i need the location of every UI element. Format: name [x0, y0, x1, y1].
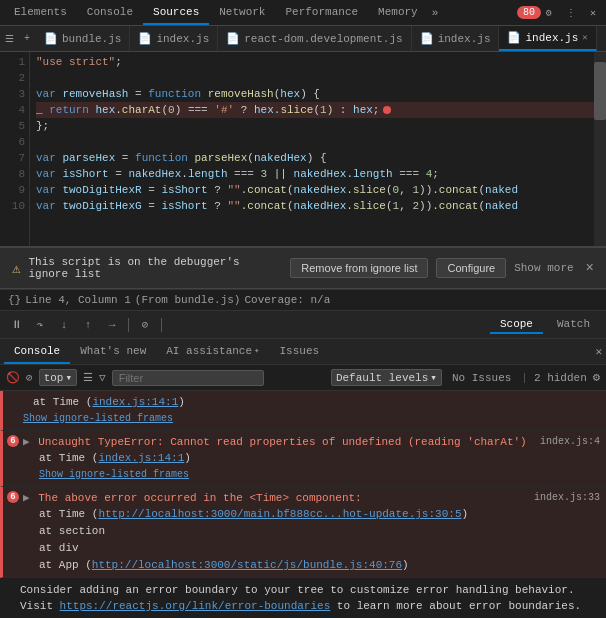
- sidebar-toggle[interactable]: ☰: [0, 30, 18, 48]
- console-tab-issues[interactable]: Issues: [269, 339, 329, 364]
- toolbar-settings: 80 ⚙ ⋮ ✕: [518, 4, 602, 22]
- customize-icon[interactable]: ⋮: [562, 4, 580, 22]
- braces-icon[interactable]: {}: [8, 294, 21, 306]
- error-badge: 80: [518, 4, 536, 22]
- new-tab-icon[interactable]: +: [18, 30, 36, 48]
- error-icon-1: 6: [7, 435, 19, 447]
- console-tab-whatsnew[interactable]: What's new: [70, 339, 156, 364]
- show-more-link[interactable]: Show more: [514, 262, 573, 274]
- ai-sparkle-icon: ✦: [254, 345, 259, 356]
- pause-icon[interactable]: ⏸: [6, 315, 26, 335]
- deactivate-breakpoints-icon[interactable]: ⊘: [135, 315, 155, 335]
- scope-tab[interactable]: Scope: [490, 316, 543, 334]
- tab-sources[interactable]: Sources: [143, 0, 209, 25]
- step-into-icon[interactable]: ↓: [54, 315, 74, 335]
- tab-performance[interactable]: Performance: [275, 0, 368, 25]
- code-line-9: var twoDigitHexR = isShort ? "".concat(n…: [36, 182, 600, 198]
- index-link-1[interactable]: index.js:14:1: [92, 396, 178, 408]
- file-tab-react-dom[interactable]: 📄 react-dom.development.js: [218, 26, 411, 51]
- step-over-icon[interactable]: ↷: [30, 315, 50, 335]
- tab-network[interactable]: Network: [209, 0, 275, 25]
- console-entry-info: Consider adding an error boundary to you…: [0, 578, 606, 618]
- default-levels-select[interactable]: Default levels ▾: [331, 369, 442, 386]
- no-issues-label: No Issues: [448, 372, 515, 384]
- error-location-2[interactable]: index.js:33: [534, 490, 600, 506]
- toolbar-separator: [128, 318, 129, 332]
- close-banner-button[interactable]: ×: [586, 260, 594, 276]
- filter-toggle-icon[interactable]: ▽: [99, 371, 106, 384]
- file-tab-index1[interactable]: 📄 index.js: [130, 26, 218, 51]
- code-line-6: [36, 134, 600, 150]
- code-line-2: [36, 70, 600, 86]
- watch-tab[interactable]: Watch: [547, 316, 600, 334]
- error-location-1[interactable]: index.js:4: [540, 434, 600, 450]
- status-left: {} Line 4, Column 1 (From bundle.js) Cov…: [8, 294, 330, 306]
- expand-arrow-2[interactable]: ▶: [23, 492, 30, 504]
- vertical-scrollbar[interactable]: [594, 52, 606, 246]
- console-panel: Console What's new AI assistance ✦ Issue…: [0, 339, 606, 618]
- context-selector[interactable]: top ▾: [39, 369, 77, 386]
- code-line-3: var removeHash = function removeHash(hex…: [36, 86, 600, 102]
- tab-memory[interactable]: Memory: [368, 0, 428, 25]
- code-line-8: var isShort = nakedHex.length === 3 || n…: [36, 166, 600, 182]
- close-console-button[interactable]: ✕: [595, 345, 602, 358]
- show-ignore-frames-1[interactable]: Show ignore-listed frames: [23, 413, 173, 424]
- tab-elements[interactable]: Elements: [4, 0, 77, 25]
- settings-gear-icon[interactable]: ⚙: [593, 370, 600, 385]
- filter-input[interactable]: [112, 370, 264, 386]
- status-bar: {} Line 4, Column 1 (From bundle.js) Cov…: [0, 289, 606, 311]
- code-lines: "use strict"; var removeHash = function …: [30, 52, 606, 246]
- file-tab-bar: ☰ + 📄 bundle.js 📄 index.js 📄 react-dom.d…: [0, 26, 606, 52]
- bundle-link[interactable]: http://localhost:3000/static/js/bundle.j…: [92, 559, 402, 571]
- debugger-toolbar: ⏸ ↷ ↓ ↑ → ⊘ Scope Watch: [0, 311, 606, 339]
- undock-icon[interactable]: ✕: [584, 4, 602, 22]
- error-icon-2: 6: [7, 491, 19, 503]
- file-tab-bundle[interactable]: 📄 bundle.js: [36, 26, 130, 51]
- show-console-sidebar-icon[interactable]: ☰: [83, 371, 93, 384]
- show-ignore-frames-2[interactable]: Show ignore-listed frames: [39, 469, 189, 480]
- stack-line-2: at section: [39, 523, 600, 540]
- more-tabs-button[interactable]: »: [428, 7, 443, 19]
- filter-icon[interactable]: ⊘: [26, 371, 33, 384]
- clear-console-icon[interactable]: 🚫: [6, 371, 20, 384]
- file-tab-index2[interactable]: 📄 index.js: [412, 26, 500, 51]
- chevron-down-icon: ▾: [65, 371, 72, 384]
- hidden-count: 2 hidden: [534, 372, 587, 384]
- coverage-label: Coverage: n/a: [244, 294, 330, 306]
- code-line-7: var parseHex = function parseHex(nakedHe…: [36, 150, 600, 166]
- console-entry-uncaught-typeerror: 6 ▶ Uncaught TypeError: Cannot read prop…: [0, 431, 606, 487]
- code-line-10: var twoDigitHexG = isShort ? "".concat(n…: [36, 198, 600, 214]
- file-tab-index3-active[interactable]: 📄 index.js ✕: [499, 26, 596, 51]
- console-tab-ai[interactable]: AI assistance ✦: [156, 339, 269, 364]
- code-line-4: _ return hex.charAt(0) === '#' ? hex.sli…: [36, 102, 600, 118]
- hot-update-link[interactable]: http://localhost:3000/main.bf888cc...hot…: [98, 508, 461, 520]
- step-out-icon[interactable]: ↑: [78, 315, 98, 335]
- scroll-thumb: [594, 62, 606, 120]
- console-entry-time-indent: at Time (index.js:14:1) Show ignore-list…: [0, 391, 606, 431]
- code-line-1: "use strict";: [36, 54, 600, 70]
- close-tab-icon[interactable]: ✕: [582, 32, 587, 43]
- error-message-2: The above error occurred in the <Time> c…: [38, 492, 361, 504]
- warning-icon: ⚠: [12, 260, 20, 277]
- from-bundle[interactable]: (From bundle.js): [135, 294, 241, 306]
- expand-arrow-1[interactable]: ▶: [23, 436, 30, 448]
- console-tab-console[interactable]: Console: [4, 339, 70, 364]
- info-text-1: Consider adding an error boundary to you…: [20, 582, 600, 598]
- configure-button[interactable]: Configure: [436, 258, 506, 278]
- devtools-tab-bar: Elements Console Sources Network Perform…: [0, 0, 606, 26]
- console-toolbar: 🚫 ⊘ top ▾ ☰ ▽ Default levels ▾ No Issues…: [0, 365, 606, 391]
- chevron-down-icon-2: ▾: [430, 371, 437, 384]
- error-message-1: Uncaught TypeError: Cannot read properti…: [38, 436, 526, 448]
- info-text-2: Visit https://reactjs.org/link/error-bou…: [20, 598, 600, 614]
- index-link-2[interactable]: index.js:14:1: [98, 452, 184, 464]
- line-column: Line 4, Column 1: [25, 294, 131, 306]
- settings-icon[interactable]: ⚙: [540, 4, 558, 22]
- react-error-boundary-link[interactable]: https://reactjs.org/link/error-boundarie…: [60, 600, 331, 612]
- stack-line-4: at App (http://localhost:3000/static/js/…: [39, 557, 600, 574]
- step-icon[interactable]: →: [102, 315, 122, 335]
- tab-console[interactable]: Console: [77, 0, 143, 25]
- console-messages: at Time (index.js:14:1) Show ignore-list…: [0, 391, 606, 618]
- toolbar-separator-2: [161, 318, 162, 332]
- remove-from-ignore-button[interactable]: Remove from ignore list: [290, 258, 428, 278]
- ignore-banner-text: This script is on the debugger's ignore …: [28, 256, 282, 280]
